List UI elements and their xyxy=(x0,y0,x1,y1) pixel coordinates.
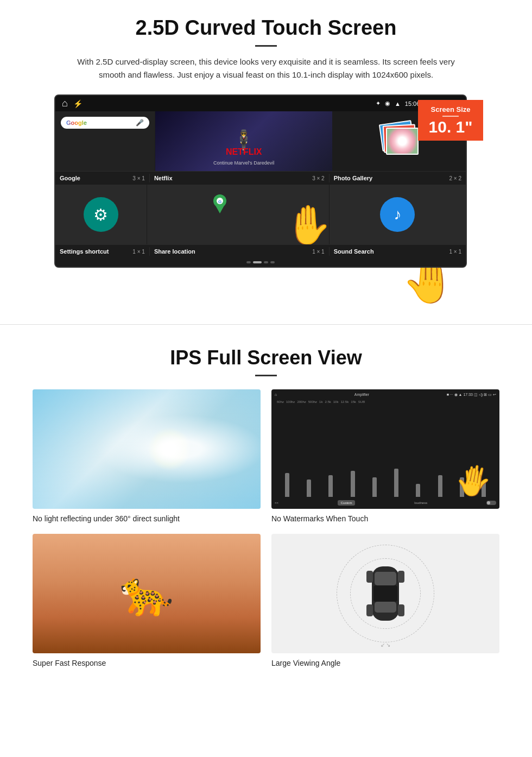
hand-on-eq: 🤚 xyxy=(452,464,491,501)
google-app-size: 3 × 1 xyxy=(132,175,145,181)
section1-description: With 2.5D curved-display screen, this de… xyxy=(76,55,456,81)
screen-size-badge: Screen Size 10. 1" xyxy=(418,100,483,141)
netflix-cell[interactable]: 🕴 ▶ NETFLIX Continue Marvel's Daredevil xyxy=(155,111,333,171)
eq-bar-wrap xyxy=(408,455,428,498)
eq-bar-wrap xyxy=(430,455,450,498)
share-location-label: Share location 1 × 1 xyxy=(150,247,330,256)
eq-bar xyxy=(394,469,398,497)
loudness-toggle[interactable] xyxy=(486,501,496,505)
mic-icon[interactable]: 🎤 xyxy=(136,119,144,127)
badge-size: 10. 1" xyxy=(429,118,473,136)
feature-watermarks: ⌂ Amplifier ■ ··· ◉ ▲ 17:33 ◫ ◁) ⊠ ▭ ↩ 6… xyxy=(271,389,499,523)
eq-bar-wrap xyxy=(364,455,384,498)
google-label: Google 3 × 1 xyxy=(55,174,150,182)
amplifier-image: ⌂ Amplifier ■ ··· ◉ ▲ 17:33 ◫ ◁) ⊠ ▭ ↩ 6… xyxy=(271,389,499,509)
light-effect xyxy=(33,389,261,509)
flower-image xyxy=(387,129,417,154)
badge-divider xyxy=(442,116,459,117)
app-labels-row1: Google 3 × 1 Netflix 3 × 2 Photo Gallery… xyxy=(55,172,466,185)
netflix-app-size: 3 × 2 xyxy=(312,175,325,181)
eq-bar xyxy=(438,475,442,497)
viewing-angle-label: Large Viewing Angle xyxy=(271,659,499,667)
speed-label: Super Fast Response xyxy=(33,659,261,667)
amp-header: ⌂ Amplifier ■ ··· ◉ ▲ 17:33 ◫ ◁) ⊠ ▭ ↩ xyxy=(275,393,496,397)
hand-gesture: 🤚 xyxy=(284,203,330,244)
amplifier-bg: ⌂ Amplifier ■ ··· ◉ ▲ 17:33 ◫ ◁) ⊠ ▭ ↩ 6… xyxy=(271,389,499,509)
eq-bar xyxy=(328,475,333,497)
photo-card-3 xyxy=(386,128,419,155)
sunlight-label: No light reflecting under 360° direct su… xyxy=(33,514,261,523)
sound-search-icon: ♪ xyxy=(380,197,415,232)
usb-icon: ⚡ xyxy=(73,99,83,108)
share-app-size: 1 × 1 xyxy=(312,249,325,255)
sky-background xyxy=(33,389,261,509)
car-image: ↙ ↘ xyxy=(271,534,499,653)
curved-touch-section: 2.5D Curved Touch Screen With 2.5D curve… xyxy=(0,0,532,313)
cheetah-icon: 🐆 xyxy=(119,568,174,619)
wifi-icon: ▲ xyxy=(395,100,401,107)
section2-title: IPS Full Screen View xyxy=(33,346,499,369)
google-search-bar[interactable]: Google 🎤 xyxy=(61,117,149,129)
watermarks-label: No Watermarks When Touch xyxy=(271,514,499,523)
feature-grid: No light reflecting under 360° direct su… xyxy=(33,389,499,667)
section1-title: 2.5D Curved Touch Screen xyxy=(33,16,499,40)
home-icon[interactable]: ⌂ xyxy=(62,98,68,109)
device-wrapper: Screen Size 10. 1" ⌂ ⚡ ✦ ◉ ▲ 15:06 ◫ ◁) … xyxy=(54,94,478,268)
cheetah-background: 🐆 xyxy=(33,534,261,653)
eq-bar-wrap xyxy=(386,455,406,498)
status-bar-left: ⌂ ⚡ xyxy=(62,98,83,109)
google-app-name: Google xyxy=(60,175,80,181)
app-labels-row2: Settings shortcut 1 × 1 Share location 1… xyxy=(55,245,466,258)
sound-app-name: Sound Search xyxy=(334,248,374,255)
amp-nav-left[interactable]: << xyxy=(275,501,278,504)
status-bar: ⌂ ⚡ ✦ ◉ ▲ 15:06 ◫ ◁) ⊠ ▭ xyxy=(55,96,466,111)
netflix-subtitle: Continue Marvel's Daredevil xyxy=(213,160,274,166)
dot-2 xyxy=(253,261,262,263)
settings-cell[interactable]: ⚙ xyxy=(55,185,147,244)
section-divider xyxy=(0,324,532,325)
loudness-label: loudness xyxy=(414,501,427,504)
settings-app-size: 1 × 1 xyxy=(132,249,145,255)
title-underline xyxy=(255,45,277,47)
amp-title: Amplifier xyxy=(354,393,369,397)
google-cell[interactable]: Google 🎤 xyxy=(55,111,155,171)
eq-bar xyxy=(351,471,355,497)
ips-section: IPS Full Screen View No light reflecting… xyxy=(0,336,532,684)
share-location-cell[interactable]: G 🤚 xyxy=(147,185,330,244)
location-icon: ◉ xyxy=(385,100,390,107)
sound-search-cell[interactable]: ♪ xyxy=(330,185,466,244)
feature-speed: 🐆 Super Fast Response xyxy=(33,534,261,667)
dot-4 xyxy=(270,261,275,263)
sunlight-image xyxy=(33,389,261,509)
app-row-1: Google 🎤 🕴 ▶ NETFLIX Continue Marvel's D… xyxy=(55,111,466,172)
photo-gallery-app-name: Photo Gallery xyxy=(334,175,373,181)
netflix-label: Netflix 3 × 2 xyxy=(150,174,330,182)
settings-label: Settings shortcut 1 × 1 xyxy=(55,247,150,256)
eq-bar-wrap xyxy=(343,455,363,498)
netflix-overlay: NETFLIX Continue Marvel's Daredevil xyxy=(160,147,328,167)
netflix-logo: NETFLIX xyxy=(160,147,328,157)
custom-button[interactable]: Custom xyxy=(338,500,356,506)
badge-label: Screen Size xyxy=(428,105,473,113)
dot-3 xyxy=(264,261,268,263)
feature-viewing-angle: ↙ ↘ Large Viewing Angle xyxy=(271,534,499,667)
device-frame: ⌂ ⚡ ✦ ◉ ▲ 15:06 ◫ ◁) ⊠ ▭ xyxy=(54,94,467,268)
feature-sunlight: No light reflecting under 360° direct su… xyxy=(33,389,261,523)
app-row-2: ⚙ G 🤚 ♪ xyxy=(55,185,466,245)
google-logo: Google xyxy=(66,119,87,126)
car-background: ↙ ↘ xyxy=(271,534,499,653)
pagination-dots xyxy=(55,258,466,267)
amp-icons: ■ ··· ◉ ▲ 17:33 ◫ ◁) ⊠ ▭ ↩ xyxy=(447,393,496,397)
eq-bar xyxy=(372,477,377,497)
svg-marker-1 xyxy=(214,204,225,213)
amp-footer: << Custom loudness xyxy=(275,500,496,506)
eq-bar-wrap xyxy=(277,455,297,498)
dot-1 xyxy=(246,261,251,263)
cheetah-image: 🐆 xyxy=(33,534,261,653)
svg-text:G: G xyxy=(218,199,221,204)
sound-search-label: Sound Search 1 × 1 xyxy=(330,247,466,256)
photo-gallery-label: Photo Gallery 2 × 2 xyxy=(330,174,466,182)
amp-home-icon: ⌂ xyxy=(275,393,277,397)
eq-bar-wrap xyxy=(299,455,319,498)
settings-app-name: Settings shortcut xyxy=(60,248,109,255)
